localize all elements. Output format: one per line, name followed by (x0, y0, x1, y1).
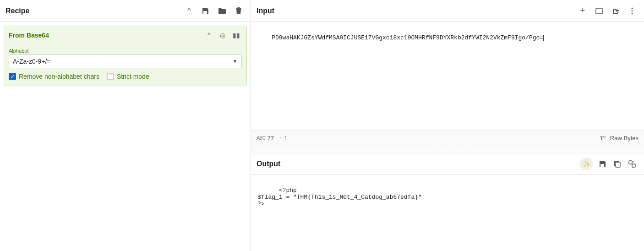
copy-icon (614, 160, 621, 168)
add-input-button[interactable]: + (576, 5, 589, 17)
recipe-title: Recipe (5, 7, 179, 15)
operation-body: Alphabet A-Za-z0-9+/= ▼ Remove non-alpha… (4, 44, 246, 86)
chevron-down-icon: ▼ (232, 58, 238, 65)
op-pause-button[interactable]: ▮▮ (231, 30, 242, 41)
magic-wand-icon: ✨ (583, 160, 590, 168)
save-icon (202, 7, 209, 15)
alphabet-value: A-Za-z0-9+/= (13, 58, 50, 65)
new-tab-button[interactable] (593, 5, 606, 17)
strict-mode-checkbox[interactable]: Strict mode (107, 73, 149, 80)
output-icon-buttons (596, 158, 639, 170)
rect-icon (595, 8, 603, 14)
remove-nonalpha-box (9, 73, 16, 80)
operation-block: From Base64 ^ ◎ ▮▮ Alphabet A-Za-z0-9+/=… (4, 26, 247, 86)
operation-title: From Base64 (9, 32, 201, 39)
output-text: <?php $flag_1 = "THM{Th1s_1s_N0t_4_Catdo… (257, 187, 422, 207)
line-count: 1 (284, 135, 288, 142)
input-text: PD9waHAKJGZsYWdfMSA9ICJUSE17VGgxc18xc19O… (272, 34, 543, 41)
remove-nonalpha-label: Remove non-alphabet chars (19, 73, 99, 80)
right-panel: Input + PD9waHAKJGZsYWdfMSA9ICJUSE17VGgx… (251, 0, 644, 251)
save-output-icon (599, 160, 606, 168)
line-count-stat: ≡ 1 (279, 135, 288, 142)
char-count: 77 (267, 135, 274, 142)
svg-rect-0 (596, 8, 602, 14)
clear-recipe-button[interactable] (232, 5, 245, 17)
output-area: <?php $flag_1 = "THM{Th1s_1s_N0t_4_Catdo… (251, 175, 644, 251)
op-collapse-button[interactable]: ^ (203, 30, 214, 41)
input-area[interactable]: PD9waHAKJGZsYWdfMSA9ICJUSE17VGgxc18xc19O… (251, 22, 644, 131)
left-panel: Recipe ^ From Base64 ^ ◎ ▮▮ Alphabet (0, 0, 251, 251)
tt-icon: T T (600, 135, 607, 141)
raw-bytes-button[interactable]: T T Raw Bytes (600, 135, 639, 142)
resize-handle[interactable]: · · · · · · · · · · (251, 146, 644, 154)
save-recipe-button[interactable] (199, 5, 212, 17)
svg-point-3 (632, 13, 633, 14)
magic-wand-button[interactable]: ✨ (580, 158, 593, 170)
import-icon (612, 7, 619, 15)
replace-icon (628, 160, 636, 168)
plus-icon: + (580, 6, 585, 16)
strict-mode-label: Strict mode (117, 73, 149, 80)
output-section: Output ✨ (251, 154, 644, 251)
folder-icon (218, 7, 226, 15)
output-title: Output (257, 160, 576, 168)
replace-input-button[interactable] (626, 158, 639, 170)
output-header: Output ✨ (251, 154, 644, 175)
more-icon (631, 7, 633, 15)
trash-icon (235, 7, 242, 15)
char-icon: ABC (257, 135, 266, 141)
strict-mode-box (107, 73, 114, 80)
import-button[interactable] (609, 5, 622, 17)
collapse-button[interactable]: ^ (183, 5, 196, 17)
svg-point-1 (632, 7, 633, 9)
alphabet-select[interactable]: A-Za-z0-9+/= ▼ (9, 55, 242, 68)
alphabet-label: Alphabet (9, 48, 242, 54)
svg-rect-7 (629, 161, 632, 164)
stats-right: T T Raw Bytes (600, 135, 639, 142)
lines-icon: ≡ (279, 135, 282, 141)
open-folder-button[interactable] (216, 5, 229, 17)
svg-rect-6 (616, 162, 620, 167)
input-stats-bar: ABC 77 ≡ 1 T T Raw Bytes (251, 131, 644, 146)
svg-text:T: T (604, 136, 606, 140)
svg-rect-8 (632, 164, 635, 167)
more-options-button[interactable] (626, 5, 639, 17)
operation-header: From Base64 ^ ◎ ▮▮ (4, 26, 246, 44)
text-cursor (543, 35, 544, 41)
raw-bytes-label: Raw Bytes (610, 135, 639, 142)
op-disable-button[interactable]: ◎ (217, 30, 228, 41)
recipe-header: Recipe ^ (0, 0, 251, 22)
save-output-button[interactable] (596, 158, 609, 170)
remove-nonalpha-checkbox[interactable]: Remove non-alphabet chars (9, 73, 99, 80)
char-count-stat: ABC 77 (257, 135, 274, 142)
copy-output-button[interactable] (611, 158, 624, 170)
input-title: Input (257, 7, 573, 15)
checkboxes-row: Remove non-alphabet chars Strict mode (9, 73, 242, 80)
svg-point-2 (632, 10, 633, 11)
input-header: Input + (251, 0, 644, 22)
svg-text:T: T (600, 135, 604, 141)
